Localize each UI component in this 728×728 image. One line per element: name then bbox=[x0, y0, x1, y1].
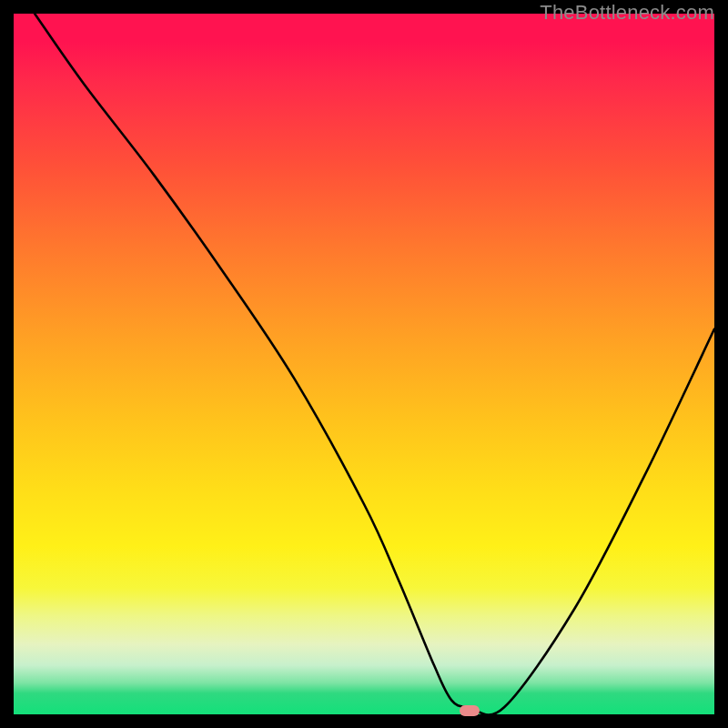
chart-frame: TheBottleneck.com bbox=[0, 0, 728, 728]
optimal-marker bbox=[460, 705, 480, 716]
bottleneck-curve bbox=[14, 14, 714, 714]
watermark: TheBottleneck.com bbox=[540, 1, 714, 25]
curve-path bbox=[35, 14, 714, 714]
plot-area bbox=[14, 14, 714, 714]
